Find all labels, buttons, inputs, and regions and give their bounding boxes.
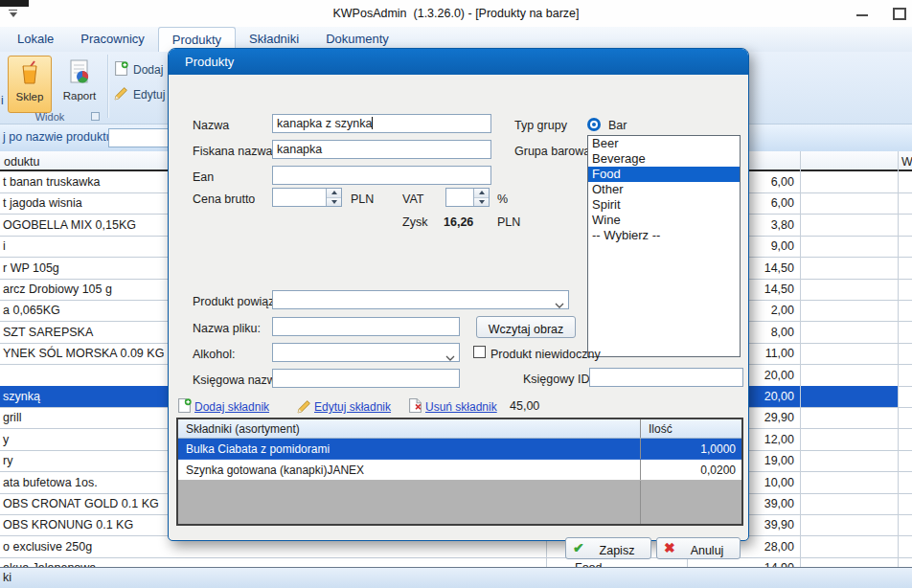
ingredient-row[interactable]: Bulka Ciabata z pomidorami1,0000 xyxy=(178,439,741,460)
column-header-w[interactable]: W xyxy=(901,155,912,169)
maximize-button[interactable] xyxy=(893,8,906,20)
edytuj-skladnik-link[interactable]: Edytuj składnik xyxy=(314,400,391,414)
column-header-name[interactable]: oduktu xyxy=(4,155,40,169)
search-input[interactable] xyxy=(108,128,170,147)
raport-button[interactable]: Raport xyxy=(56,56,103,113)
ingredients-header-name[interactable]: Składniki (asortyment) xyxy=(178,419,641,438)
pln-label: PLN xyxy=(351,192,374,206)
group-option[interactable]: Spirit xyxy=(588,197,740,213)
ingredient-name: Szynka gotowana (kanapki)JANEX xyxy=(178,460,641,480)
usun-skladnik-link[interactable]: Usuń składnik xyxy=(425,400,497,414)
status-bar: ki xyxy=(0,567,912,588)
nazwa-pliku-label: Nazwa pliku: xyxy=(193,322,261,335)
ingredients-table: Składniki (asortyment) Ilość Bulka Ciaba… xyxy=(176,418,743,526)
clipped-ribbon-button[interactable]: i xyxy=(1,94,4,107)
koszt-value: 45,00 xyxy=(510,399,539,413)
ingredient-qty: 1,0000 xyxy=(641,439,741,459)
dialog-launcher-icon[interactable] xyxy=(91,112,100,121)
product-name: SZT SAREPSKA xyxy=(3,326,93,339)
raport-button-label: Raport xyxy=(63,90,97,102)
product-row[interactable]: akua JalapenowaFood14,90 xyxy=(0,557,912,567)
ingredient-qty: 0,0200 xyxy=(641,460,741,480)
check-icon: ✔ xyxy=(573,540,584,555)
ksiegowy-id-label: Księgowy ID xyxy=(523,373,589,386)
ksiegowy-id-input[interactable] xyxy=(589,368,743,387)
alkohol-label: Alkohol: xyxy=(193,348,235,361)
group-option[interactable]: Beverage xyxy=(588,151,740,167)
ingredients-header: Składniki (asortyment) Ilość xyxy=(178,419,741,439)
group-option[interactable]: Wine xyxy=(588,213,740,228)
group-option[interactable]: Food xyxy=(588,167,740,182)
title-bar: KWPosAdmin (1.3.26.0) - [Produkty na bar… xyxy=(0,0,912,27)
bar-radio-label[interactable]: Bar xyxy=(608,119,627,132)
fiskalna-input[interactable]: kanapka xyxy=(272,140,491,159)
dodaj-button[interactable]: Dodaj xyxy=(114,61,163,79)
ean-input[interactable] xyxy=(272,166,491,185)
product-name: t banan truskawka xyxy=(3,175,100,189)
grid-line xyxy=(898,151,899,567)
sklep-button-label: Sklep xyxy=(16,91,44,102)
wczytaj-obraz-button[interactable]: Wczytaj obraz xyxy=(476,316,576,338)
product-name: OBS KRONUNG 0.1 KG xyxy=(3,518,133,531)
group-option[interactable]: Other xyxy=(588,182,740,197)
alkohol-combo[interactable]: Brak xyxy=(272,343,460,362)
ribbon-group-widok-label: Widok xyxy=(0,111,100,123)
sklep-button[interactable]: Sklep xyxy=(8,56,52,113)
zysk-unit: PLN xyxy=(497,215,520,229)
search-label: j po nazwie produktu: xyxy=(3,130,116,144)
ksiegowa-nazwa-label: Księgowa nazwa xyxy=(193,373,283,387)
ribbon-tab-2[interactable]: Pracownicy xyxy=(67,27,157,52)
ingredients-header-qty[interactable]: Ilość xyxy=(641,419,741,438)
vat-spinner[interactable]: 23 xyxy=(445,188,490,207)
ribbon-tab-1[interactable]: Lokale xyxy=(4,27,67,52)
group-option[interactable]: Beer xyxy=(588,136,740,151)
produkt-powiazany-combo[interactable]: Bigos [ 25,00 ] xyxy=(272,290,569,309)
product-name: OBS CRONAT GOLD 0.1 KG xyxy=(3,497,159,510)
nazwa-input[interactable]: kanapka z szynka xyxy=(272,114,491,133)
produkt-niewidoczny-label[interactable]: Produkt niewidoczny xyxy=(490,348,601,361)
application-window: KWPosAdmin (1.3.26.0) - [Produkty na bar… xyxy=(0,0,912,588)
spin-up-icon[interactable] xyxy=(474,189,489,197)
edytuj-button[interactable]: Edytuj xyxy=(114,86,165,103)
chevron-down-icon xyxy=(555,298,564,309)
nazwa-label: Nazwa xyxy=(193,119,229,132)
produkty-dialog: Produkty Nazwa kanapka z szynka Typ grup… xyxy=(168,48,749,541)
ribbon-group-separator xyxy=(107,55,108,118)
grid-line xyxy=(800,151,801,567)
ingredient-name: Bulka Ciabata z pomidorami xyxy=(178,439,641,459)
zapisz-button[interactable]: ✔ Zapisz xyxy=(565,537,651,559)
nazwa-pliku-input[interactable] xyxy=(272,317,460,336)
spin-down-icon[interactable] xyxy=(327,197,341,207)
product-name: y xyxy=(3,433,9,446)
dialog-title-bar[interactable]: Produkty xyxy=(169,49,748,75)
pencil-icon xyxy=(297,399,311,414)
dodaj-skladnik-link[interactable]: Dodaj składnik xyxy=(194,400,269,414)
product-name: i xyxy=(3,239,6,253)
drink-glass-icon xyxy=(19,60,40,88)
page-plus-icon xyxy=(114,61,128,79)
produkt-niewidoczny-checkbox[interactable] xyxy=(473,346,486,358)
product-name: szynką xyxy=(3,390,40,403)
group-listbox: BeerBeverageFoodOtherSpiritWine-- Wybier… xyxy=(587,135,741,357)
ingredients-rows: Bulka Ciabata z pomidorami1,0000Szynka g… xyxy=(178,439,741,481)
spin-up-icon[interactable] xyxy=(327,189,341,197)
window-title: KWPosAdmin (1.3.26.0) - [Produkty na bar… xyxy=(0,7,912,20)
product-name: ata bufetowa 1os. xyxy=(3,476,98,489)
cena-brutto-spinner[interactable]: 20,00 xyxy=(272,188,342,207)
spin-down-icon[interactable] xyxy=(474,197,489,207)
product-name: arcz Drobiowy 105 g xyxy=(3,283,112,296)
ingredient-row[interactable]: Szynka gotowana (kanapki)JANEX0,0200 xyxy=(178,460,741,481)
minimize-button[interactable] xyxy=(856,14,868,16)
group-option[interactable]: -- Wybierz -- xyxy=(588,228,740,243)
bar-radio[interactable] xyxy=(587,118,601,131)
cross-icon: ✖ xyxy=(664,540,675,555)
text-caret xyxy=(372,117,373,129)
grupa-barowa-label: Grupa barowa xyxy=(514,145,590,158)
product-name: a 0,065KG xyxy=(3,304,60,317)
report-chart-icon xyxy=(68,59,91,87)
zysk-value: 16,26 xyxy=(444,215,473,229)
cena-brutto-label: Cena brutto xyxy=(193,192,255,206)
anuluj-button[interactable]: ✖ Anuluj xyxy=(656,537,741,559)
ksiegowa-nazwa-input[interactable] xyxy=(272,369,460,388)
percent-label: % xyxy=(497,192,508,206)
